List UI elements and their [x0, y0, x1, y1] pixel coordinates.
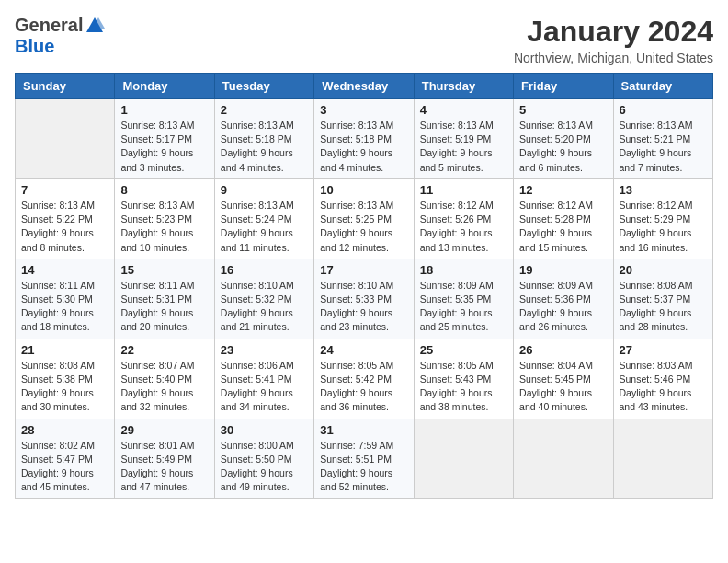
day-number: 16 [221, 263, 308, 277]
calendar-week-row: 21Sunrise: 8:08 AM Sunset: 5:38 PM Dayli… [16, 339, 713, 419]
day-detail: Sunrise: 8:13 AM Sunset: 5:21 PM Dayligh… [620, 119, 707, 175]
day-number: 9 [221, 183, 308, 197]
day-number: 14 [21, 263, 108, 277]
day-detail: Sunrise: 8:01 AM Sunset: 5:49 PM Dayligh… [120, 439, 208, 495]
calendar-cell: 18Sunrise: 8:09 AM Sunset: 5:35 PM Dayli… [414, 259, 513, 339]
weekday-header-saturday: Saturday [613, 74, 712, 99]
calendar-cell: 11Sunrise: 8:12 AM Sunset: 5:26 PM Dayli… [414, 178, 513, 259]
calendar-cell: 25Sunrise: 8:05 AM Sunset: 5:43 PM Dayli… [414, 339, 513, 419]
calendar-body: 1Sunrise: 8:13 AM Sunset: 5:17 PM Daylig… [16, 99, 713, 499]
day-number: 31 [320, 423, 407, 437]
day-number: 5 [519, 103, 607, 117]
day-number: 27 [620, 343, 707, 357]
calendar-cell: 9Sunrise: 8:13 AM Sunset: 5:24 PM Daylig… [214, 178, 313, 259]
day-number: 26 [519, 343, 607, 357]
calendar-cell: 10Sunrise: 8:13 AM Sunset: 5:25 PM Dayli… [314, 178, 414, 259]
calendar-table: SundayMondayTuesdayWednesdayThursdayFrid… [15, 73, 713, 499]
day-number: 23 [221, 343, 308, 357]
page-header: General Blue January 2024 Northview, Mic… [15, 15, 713, 65]
day-detail: Sunrise: 8:00 AM Sunset: 5:50 PM Dayligh… [221, 439, 308, 495]
calendar-week-row: 7Sunrise: 8:13 AM Sunset: 5:22 PM Daylig… [16, 178, 713, 259]
day-number: 6 [620, 103, 707, 117]
weekday-header-row: SundayMondayTuesdayWednesdayThursdayFrid… [16, 74, 713, 99]
day-number: 17 [320, 263, 407, 277]
calendar-cell: 4Sunrise: 8:13 AM Sunset: 5:19 PM Daylig… [414, 99, 513, 179]
day-detail: Sunrise: 8:08 AM Sunset: 5:37 PM Dayligh… [620, 279, 707, 335]
day-number: 2 [221, 103, 308, 117]
day-number: 13 [620, 183, 707, 197]
calendar-cell: 19Sunrise: 8:09 AM Sunset: 5:36 PM Dayli… [514, 259, 613, 339]
day-detail: Sunrise: 8:13 AM Sunset: 5:24 PM Dayligh… [221, 199, 308, 255]
day-detail: Sunrise: 8:02 AM Sunset: 5:47 PM Dayligh… [21, 439, 108, 495]
day-number: 18 [420, 263, 507, 277]
calendar-cell: 23Sunrise: 8:06 AM Sunset: 5:41 PM Dayli… [214, 339, 313, 419]
day-number: 20 [620, 263, 707, 277]
calendar-cell: 12Sunrise: 8:12 AM Sunset: 5:28 PM Dayli… [514, 178, 613, 259]
day-detail: Sunrise: 8:13 AM Sunset: 5:25 PM Dayligh… [320, 199, 407, 255]
day-number: 7 [21, 183, 108, 197]
calendar-cell: 1Sunrise: 8:13 AM Sunset: 5:17 PM Daylig… [115, 99, 214, 179]
logo-icon [85, 16, 105, 36]
day-number: 25 [420, 343, 507, 357]
day-number: 29 [120, 423, 208, 437]
day-detail: Sunrise: 8:09 AM Sunset: 5:36 PM Dayligh… [519, 279, 607, 335]
calendar-cell [414, 419, 513, 499]
logo-general: General [15, 15, 83, 36]
day-number: 28 [21, 423, 108, 437]
calendar-week-row: 1Sunrise: 8:13 AM Sunset: 5:17 PM Daylig… [16, 99, 713, 179]
calendar-cell: 17Sunrise: 8:10 AM Sunset: 5:33 PM Dayli… [314, 259, 414, 339]
day-number: 12 [519, 183, 607, 197]
calendar-cell: 26Sunrise: 8:04 AM Sunset: 5:45 PM Dayli… [514, 339, 613, 419]
day-number: 3 [320, 103, 407, 117]
day-number: 1 [120, 103, 208, 117]
weekday-header-thursday: Thursday [414, 74, 513, 99]
day-detail: Sunrise: 8:05 AM Sunset: 5:42 PM Dayligh… [320, 359, 407, 415]
calendar-cell: 14Sunrise: 8:11 AM Sunset: 5:30 PM Dayli… [16, 259, 115, 339]
weekday-header-friday: Friday [514, 74, 613, 99]
calendar-cell: 21Sunrise: 8:08 AM Sunset: 5:38 PM Dayli… [16, 339, 115, 419]
day-number: 30 [221, 423, 308, 437]
day-detail: Sunrise: 8:12 AM Sunset: 5:28 PM Dayligh… [519, 199, 607, 255]
calendar-cell: 13Sunrise: 8:12 AM Sunset: 5:29 PM Dayli… [613, 178, 712, 259]
day-number: 15 [120, 263, 208, 277]
logo-blue: Blue [15, 36, 54, 57]
day-number: 19 [519, 263, 607, 277]
calendar-cell: 15Sunrise: 8:11 AM Sunset: 5:31 PM Dayli… [115, 259, 214, 339]
logo: General Blue [15, 15, 105, 57]
day-detail: Sunrise: 8:07 AM Sunset: 5:40 PM Dayligh… [120, 359, 208, 415]
day-detail: Sunrise: 8:04 AM Sunset: 5:45 PM Dayligh… [519, 359, 607, 415]
calendar-cell: 30Sunrise: 8:00 AM Sunset: 5:50 PM Dayli… [214, 419, 313, 499]
day-detail: Sunrise: 8:13 AM Sunset: 5:20 PM Dayligh… [519, 119, 607, 175]
day-detail: Sunrise: 8:13 AM Sunset: 5:18 PM Dayligh… [320, 119, 407, 175]
calendar-title: January 2024 [514, 15, 713, 49]
day-detail: Sunrise: 8:13 AM Sunset: 5:18 PM Dayligh… [221, 119, 308, 175]
day-number: 10 [320, 183, 407, 197]
day-detail: Sunrise: 8:12 AM Sunset: 5:29 PM Dayligh… [620, 199, 707, 255]
day-number: 8 [120, 183, 208, 197]
calendar-cell: 31Sunrise: 7:59 AM Sunset: 5:51 PM Dayli… [314, 419, 414, 499]
day-detail: Sunrise: 8:08 AM Sunset: 5:38 PM Dayligh… [21, 359, 108, 415]
calendar-cell: 28Sunrise: 8:02 AM Sunset: 5:47 PM Dayli… [16, 419, 115, 499]
weekday-header-monday: Monday [115, 74, 214, 99]
day-detail: Sunrise: 8:05 AM Sunset: 5:43 PM Dayligh… [420, 359, 507, 415]
day-detail: Sunrise: 8:11 AM Sunset: 5:31 PM Dayligh… [120, 279, 208, 335]
day-detail: Sunrise: 8:10 AM Sunset: 5:33 PM Dayligh… [320, 279, 407, 335]
day-detail: Sunrise: 8:13 AM Sunset: 5:22 PM Dayligh… [21, 199, 108, 255]
calendar-cell: 24Sunrise: 8:05 AM Sunset: 5:42 PM Dayli… [314, 339, 414, 419]
calendar-week-row: 28Sunrise: 8:02 AM Sunset: 5:47 PM Dayli… [16, 419, 713, 499]
day-number: 11 [420, 183, 507, 197]
calendar-cell: 29Sunrise: 8:01 AM Sunset: 5:49 PM Dayli… [115, 419, 214, 499]
calendar-cell [613, 419, 712, 499]
calendar-cell: 3Sunrise: 8:13 AM Sunset: 5:18 PM Daylig… [314, 99, 414, 179]
day-detail: Sunrise: 8:13 AM Sunset: 5:17 PM Dayligh… [120, 119, 208, 175]
day-detail: Sunrise: 8:03 AM Sunset: 5:46 PM Dayligh… [620, 359, 707, 415]
calendar-cell: 2Sunrise: 8:13 AM Sunset: 5:18 PM Daylig… [214, 99, 313, 179]
calendar-cell [514, 419, 613, 499]
calendar-cell: 7Sunrise: 8:13 AM Sunset: 5:22 PM Daylig… [16, 178, 115, 259]
day-detail: Sunrise: 8:09 AM Sunset: 5:35 PM Dayligh… [420, 279, 507, 335]
day-detail: Sunrise: 8:13 AM Sunset: 5:19 PM Dayligh… [420, 119, 507, 175]
calendar-cell: 5Sunrise: 8:13 AM Sunset: 5:20 PM Daylig… [514, 99, 613, 179]
calendar-cell: 20Sunrise: 8:08 AM Sunset: 5:37 PM Dayli… [613, 259, 712, 339]
calendar-cell [16, 99, 115, 179]
day-detail: Sunrise: 8:10 AM Sunset: 5:32 PM Dayligh… [221, 279, 308, 335]
